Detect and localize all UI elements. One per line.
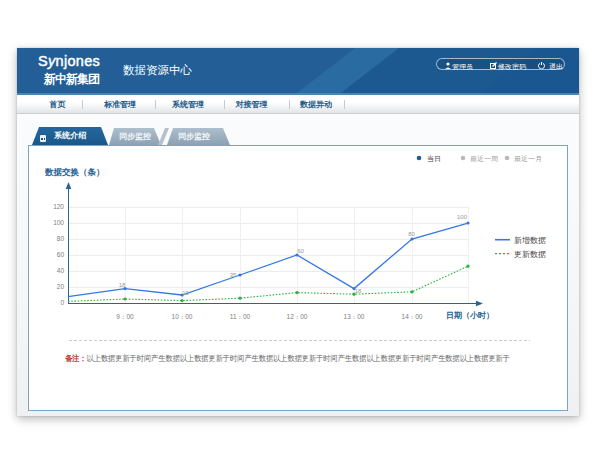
svg-text:当日: 当日 xyxy=(427,155,441,163)
svg-text:新增数据: 新增数据 xyxy=(514,236,546,245)
svg-text:更新数据: 更新数据 xyxy=(514,250,546,259)
svg-text:120: 120 xyxy=(53,203,64,210)
svg-text:11：00: 11：00 xyxy=(230,313,251,320)
svg-text:100: 100 xyxy=(457,214,468,220)
svg-text:9：00: 9：00 xyxy=(116,313,134,320)
svg-text:40: 40 xyxy=(57,267,65,274)
svg-text:60: 60 xyxy=(57,251,65,258)
svg-text:12：00: 12：00 xyxy=(287,313,308,320)
svg-text:20: 20 xyxy=(57,283,65,290)
svg-text:最近一周: 最近一周 xyxy=(470,155,498,162)
svg-text:35: 35 xyxy=(230,272,237,278)
svg-text:10: 10 xyxy=(182,290,189,296)
svg-text:日期（小时）: 日期（小时） xyxy=(446,311,494,320)
svg-text:13：00: 13：00 xyxy=(344,313,365,320)
svg-text:10：00: 10：00 xyxy=(172,313,193,320)
svg-text:数据交换（条）: 数据交换（条） xyxy=(44,167,105,177)
svg-text:0: 0 xyxy=(60,299,64,306)
svg-text:14：00: 14：00 xyxy=(402,313,423,320)
svg-text:18: 18 xyxy=(355,288,362,294)
svg-text:60: 60 xyxy=(297,248,304,254)
svg-text:80: 80 xyxy=(57,235,65,242)
svg-text:最近一月: 最近一月 xyxy=(514,155,542,163)
svg-text:80: 80 xyxy=(408,231,415,237)
svg-text:18: 18 xyxy=(119,282,126,288)
svg-text:100: 100 xyxy=(53,219,64,226)
